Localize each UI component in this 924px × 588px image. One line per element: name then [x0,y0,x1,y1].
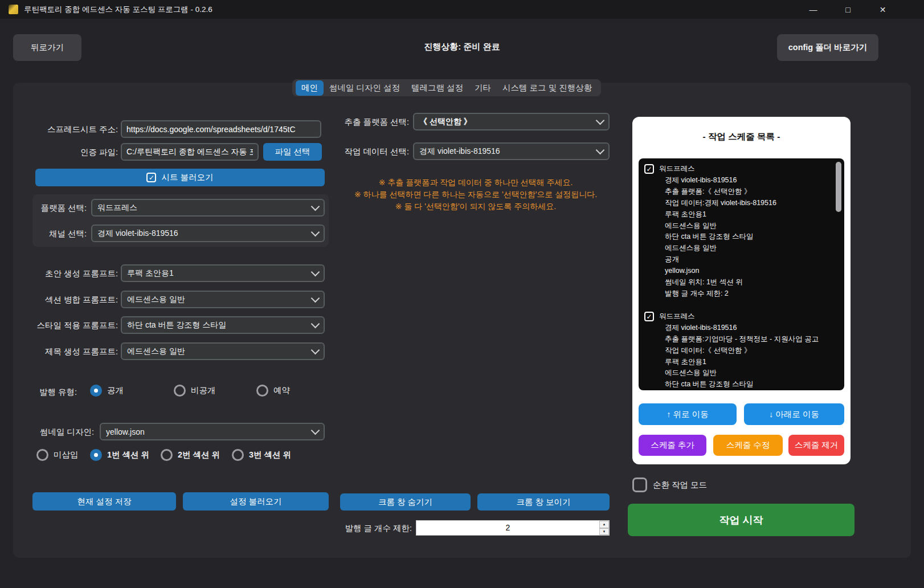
radio-unselected-icon [174,385,186,397]
load-settings-button[interactable]: 설정 불러오기 [183,492,329,511]
checkbox-checked-icon [146,173,156,182]
radio-section-2[interactable]: 2번 섹션 위 [161,449,220,461]
window-title: 루틴팩토리 종합 에드센스 자동 포스팅 프로그램 - 0.2.6 [24,0,212,19]
work-data-select[interactable]: 경제 violet-ibis-819516 [413,142,610,160]
draft-prompt-select[interactable]: 루팩 초안용1 [121,264,325,282]
radio-unselected-icon [256,385,268,397]
publish-type-label: 발행 유형: [23,387,77,398]
work-data-label: 작업 데이터 선택: [319,146,409,157]
radio-scheduled[interactable]: 예약 [256,385,290,397]
schedule-list-title: - 작업 스케줄 목록 - [632,131,851,143]
channel-select[interactable]: 경제 violet-ibis-819516 [91,224,325,242]
chevron-down-icon [596,145,605,154]
tab-etc[interactable]: 기타 [469,80,497,96]
radio-private[interactable]: 비공개 [174,385,216,397]
warning-line: ※ 둘 다 '선택안함'이 되지 않도록 주의하세요. [336,201,615,213]
draft-prompt-label: 초안 생성 프롬프트: [23,268,118,279]
post-limit-spinbox[interactable]: 2 ▲ ▼ [416,520,610,536]
chevron-down-icon [596,116,605,125]
cycle-mode-label: 순환 작업 모드 [653,480,707,491]
chevron-down-icon [311,319,320,328]
extract-platform-select[interactable]: 《 선택안함 》 [413,113,610,130]
add-schedule-button[interactable]: 스케줄 추가 [639,435,706,456]
schedule-listbox[interactable]: 워드프레스 경제 violet-ibis-819516 추출 플랫폼:《 선택안… [639,158,844,390]
scrollbar-thumb[interactable] [836,162,841,212]
warning-line: ※ 추출 플랫폼과 작업 데이터 중 하나만 선택해 주세요. [336,177,615,189]
titlebar: 루틴팩토리 종합 에드센스 자동 포스팅 프로그램 - 0.2.6 — □ ✕ [0,0,924,19]
tabbar: 메인 썸네일 디자인 설정 텔레그램 설정 기타 시스템 로그 및 진행상황 [292,79,601,96]
thumbnail-design-select[interactable]: yellow.json [100,423,325,440]
chevron-down-icon [311,202,320,211]
radio-unselected-icon [232,449,244,461]
chrome-hide-button[interactable]: 크롬 창 숨기기 [340,493,471,511]
start-job-button[interactable]: 작업 시작 [628,504,855,536]
tab-system-log[interactable]: 시스템 로그 및 진행상황 [497,80,598,96]
chevron-down-icon [311,267,320,276]
style-prompt-label: 스타일 적용 프롬프트: [23,320,118,331]
merge-prompt-select[interactable]: 에드센스용 일반 [121,291,325,308]
app-icon [8,4,19,15]
radio-selected-icon [90,449,102,461]
warning-line: ※ 하나를 선택하면 다른 하나는 자동으로 '선택안함'으로 설정됩니다. [336,189,615,201]
spreadsheet-url-label: 스프레드시트 주소: [23,124,118,135]
chevron-down-icon [311,293,320,303]
merge-prompt-label: 섹션 병합 프롬프트: [23,295,118,305]
auth-file-label: 인증 파일: [23,147,118,158]
channel-select-label: 채널 선택: [23,228,87,239]
radio-selected-icon [90,385,102,397]
radio-unselected-icon [36,449,48,461]
load-sheet-button[interactable]: 시트 불러오기 [35,169,325,186]
app-window: 루틴팩토리 종합 에드센스 자동 포스팅 프로그램 - 0.2.6 — □ ✕ … [0,0,924,588]
minimize-icon[interactable]: — [796,0,831,19]
extract-platform-label: 추출 플랫폼 선택: [319,117,409,128]
auth-file-input[interactable] [121,143,259,161]
chrome-show-button[interactable]: 크롬 창 보이기 [477,493,610,511]
radio-section-3[interactable]: 3번 섹션 위 [232,449,291,461]
cycle-mode-checkbox[interactable] [632,477,647,492]
spinner-buttons: ▲ ▼ [599,521,609,535]
platform-select-label: 플랫폼 선택: [23,203,87,214]
tab-thumbnail-design[interactable]: 썸네일 디자인 설정 [324,80,406,96]
tab-telegram[interactable]: 텔레그램 설정 [406,80,469,96]
checkbox-checked-icon[interactable] [644,312,654,321]
schedule-item[interactable]: 워드프레스 경제 violet-ibis-819516 추출 플랫폼:기업마당 … [644,311,844,390]
title-prompt-label: 제목 생성 프롬프트: [23,346,118,357]
radio-unselected-icon [161,449,173,461]
spin-down-icon[interactable]: ▼ [599,528,609,536]
post-limit-value[interactable]: 2 [416,521,599,535]
radio-section-1[interactable]: 1번 섹션 위 [90,449,149,461]
title-prompt-select[interactable]: 에드센스용 일반 [121,342,325,360]
save-settings-button[interactable]: 현재 설정 저장 [32,492,176,511]
spreadsheet-url-input[interactable] [121,120,321,138]
chevron-down-icon [311,227,320,236]
tab-main[interactable]: 메인 [296,80,324,96]
file-select-button[interactable]: 파일 선택 [263,143,322,161]
chevron-down-icon [311,345,320,354]
thumbnail-design-label: 썸네일 디자인: [23,427,94,438]
platform-select[interactable]: 워드프레스 [91,199,325,217]
spin-up-icon[interactable]: ▲ [599,521,609,528]
schedule-item[interactable]: 워드프레스 경제 violet-ibis-819516 추출 플랫폼:《 선택안… [644,164,844,300]
window-controls: — □ ✕ [796,0,900,19]
config-folder-button[interactable]: config 폴더 바로가기 [777,34,878,61]
remove-schedule-button[interactable]: 스케줄 제거 [788,435,844,456]
radio-no-insert[interactable]: 미삽입 [36,449,79,461]
edit-schedule-button[interactable]: 스케줄 수정 [713,435,783,456]
move-down-button[interactable]: ↓ 아래로 이동 [744,403,844,425]
checkbox-checked-icon[interactable] [644,164,654,174]
style-prompt-select[interactable]: 하단 cta 버튼 강조형 스타일 [121,316,325,334]
radio-public[interactable]: 공개 [90,385,124,397]
move-up-button[interactable]: ↑ 위로 이동 [639,403,737,425]
post-limit-label: 발행 글 개수 제한: [319,523,412,534]
chevron-down-icon [311,426,320,435]
close-icon[interactable]: ✕ [865,0,900,19]
load-sheet-label: 시트 불러오기 [161,172,213,183]
warning-text: ※ 추출 플랫폼과 작업 데이터 중 하나만 선택해 주세요. ※ 하나를 선택… [336,177,615,213]
maximize-icon[interactable]: □ [831,0,865,19]
